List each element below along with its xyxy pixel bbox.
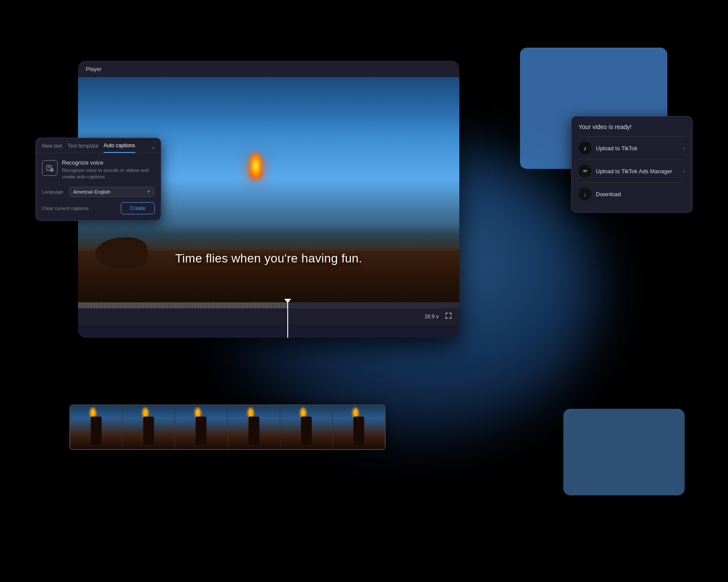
playhead-line [287, 302, 288, 338]
aspect-ratio-chevron: ∨ [436, 314, 439, 320]
tiktok-ads-icon-container: TT [578, 165, 592, 178]
film-figure-4 [248, 417, 259, 445]
recognize-text-block: Recognize voice Recognize voice in sound… [62, 159, 155, 181]
tab-collapse-icon[interactable]: « [152, 145, 155, 150]
tiktok-ads-icon: TT [583, 169, 587, 173]
download-label: Download [596, 191, 685, 197]
language-label: Language [42, 189, 66, 194]
recognize-desc: Recognize voice in sounds or videos and … [62, 167, 155, 181]
panel-body: Recognize voice Recognize voice in sound… [36, 153, 161, 220]
recognize-title: Recognize voice [62, 159, 155, 166]
timeline-bar[interactable] [78, 302, 459, 308]
player-title: Player [86, 66, 102, 72]
tiktok-icon-container: ♪ [578, 142, 592, 155]
auto-captions-panel: New text Text template Auto captions « R… [36, 138, 161, 221]
film-figure-5 [301, 417, 312, 445]
aspect-ratio-label: 16:9 [425, 314, 435, 320]
language-select[interactable]: American English ▼ [69, 187, 155, 197]
panel-tabs: New text Text template Auto captions « [36, 138, 161, 153]
filmstrip-frame-1 [70, 405, 123, 449]
recognize-icon [42, 160, 58, 176]
panel-footer: Clear current captions Create [42, 202, 155, 214]
ready-panel: Your video is ready! ♪ Upload to TikTok … [571, 116, 692, 213]
film-figure-2 [143, 417, 154, 445]
upload-tiktok-label: Upload to TikTok [596, 145, 683, 152]
ready-title: Your video is ready! [578, 123, 685, 130]
download-icon-container: ↓ [578, 188, 592, 200]
language-value: American English [73, 189, 110, 194]
upload-tiktok-ads-option[interactable]: TT Upload to TikTok Ads Manager › [578, 159, 685, 182]
filmstrip-frame-5 [280, 405, 333, 449]
filmstrip-frame-2 [123, 405, 175, 449]
download-icon: ↓ [584, 191, 587, 197]
tab-auto-captions[interactable]: Auto captions [104, 142, 135, 153]
clear-captions-button[interactable]: Clear current captions [42, 206, 89, 211]
filmstrip-frame-6 [333, 405, 385, 449]
filmstrip[interactable] [69, 404, 386, 450]
filmstrip-frame-3 [175, 405, 228, 449]
flame [249, 153, 262, 179]
timeline-wrapper [78, 302, 459, 308]
timeline-progress [78, 302, 288, 308]
tiktok-ads-arrow-icon: › [683, 168, 685, 175]
blue-decoration-bottom [563, 409, 685, 495]
upload-tiktok-option[interactable]: ♪ Upload to TikTok › [578, 136, 685, 159]
filmstrip-frame-4 [228, 405, 280, 449]
film-figure-6 [353, 417, 364, 445]
language-chevron-icon: ▼ [146, 189, 151, 194]
tiktok-arrow-icon: › [683, 145, 685, 152]
film-figure-3 [196, 417, 207, 445]
caption-overlay: Time flies when you're having fun. [78, 252, 459, 265]
create-button[interactable]: Create [121, 202, 155, 214]
tiktok-icon: ♪ [584, 145, 587, 152]
language-row: Language American English ▼ [42, 187, 155, 197]
tab-text-template[interactable]: Text template [68, 143, 98, 152]
player-header: Player [78, 61, 459, 77]
upload-tiktok-ads-label: Upload to TikTok Ads Manager [596, 168, 683, 175]
tab-new-text[interactable]: New text [42, 143, 62, 152]
film-figure-1 [91, 417, 102, 445]
player-controls: 16:9 ∨ [78, 308, 459, 325]
fullscreen-button[interactable] [445, 312, 452, 321]
download-option[interactable]: ↓ Download [578, 182, 685, 205]
recognize-row: Recognize voice Recognize voice in sound… [42, 159, 155, 181]
timeline-remaining [288, 302, 459, 308]
aspect-ratio-button[interactable]: 16:9 ∨ [425, 314, 439, 320]
